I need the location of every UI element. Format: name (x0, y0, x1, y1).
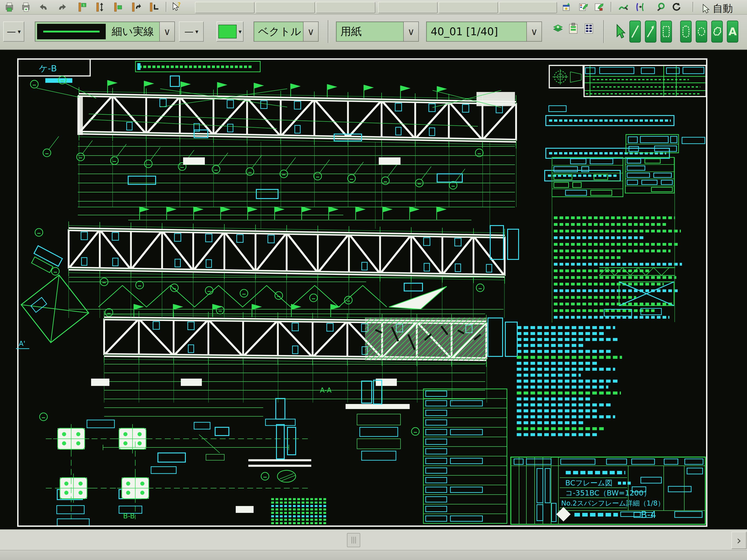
cloud-tool[interactable] (711, 21, 723, 43)
chevron-down-icon[interactable]: ∨ (403, 22, 418, 41)
paper-select[interactable]: 用紙 ∨ (336, 22, 419, 42)
print-icon[interactable] (4, 1, 15, 13)
paper-value: 用紙 (336, 22, 403, 41)
linetype-preview (37, 24, 106, 39)
curve-convert-icon[interactable] (635, 1, 646, 13)
refresh-icon[interactable] (671, 1, 682, 13)
linetype-value: 細い実線 (108, 22, 159, 41)
chevron-down-icon[interactable]: ∨ (303, 22, 318, 41)
blank-button[interactable] (378, 2, 438, 13)
ellipse-tool[interactable] (696, 21, 707, 43)
color-picker-button[interactable]: ▾ (216, 22, 243, 42)
svg-text:A-A: A-A (320, 386, 332, 394)
cad-drawing[interactable]: ケ-BA'B-BA-ABCフレーム図コ-351BC（BW=1200）No.2スパ… (0, 50, 747, 529)
zoom-search-icon[interactable] (655, 1, 666, 13)
clipboard-list-icon[interactable] (568, 22, 579, 43)
layer-settings-icon[interactable] (552, 22, 564, 43)
rounded-rect-tool[interactable] (680, 21, 692, 43)
help-cursor-icon[interactable]: ? (171, 1, 182, 13)
svg-text:?: ? (178, 2, 181, 8)
main-toolbar: 1 ? (0, 0, 747, 15)
auto-mode-control[interactable]: 自動 (701, 2, 733, 15)
svg-text:B-4: B-4 (641, 509, 656, 520)
print-preview-icon[interactable] (20, 1, 32, 13)
render-mode-select[interactable]: ベクトル ∨ (254, 22, 318, 42)
window-bottom-bezel (0, 550, 747, 560)
arrow-tool[interactable] (645, 21, 656, 43)
scroll-right-button[interactable]: › (731, 532, 747, 549)
redo-icon[interactable] (56, 1, 68, 13)
toolbar-separator (603, 20, 604, 43)
auto-mode-label: 自動 (713, 2, 733, 15)
blank-button[interactable] (438, 2, 498, 13)
blank-button[interactable] (316, 2, 375, 13)
rectangle-tool[interactable] (661, 21, 672, 43)
blank-button[interactable] (255, 2, 315, 13)
bar-corner-icon[interactable] (148, 1, 160, 13)
chevron-down-icon: ▾ (195, 28, 198, 35)
line-width-button[interactable]: —▾ (179, 22, 204, 42)
svg-text:No.2スパンフレーム詳細（1/8）: No.2スパンフレーム詳細（1/8） (561, 499, 664, 507)
text-tool[interactable]: A (727, 21, 738, 43)
svg-text:A': A' (19, 340, 25, 347)
bar-green-square-icon[interactable] (112, 1, 124, 13)
cursor-arrow-icon (701, 3, 711, 14)
svg-text:ケ-B: ケ-B (39, 63, 57, 74)
chevron-down-icon[interactable]: ∨ (526, 22, 541, 41)
drawing-canvas[interactable]: ケ-BA'B-BA-ABCフレーム図コ-351BC（BW=1200）No.2スパ… (0, 50, 747, 529)
linetype-select[interactable]: 細い実線 ∨ (35, 22, 175, 42)
svg-text:コ-351BC（BW=1200）: コ-351BC（BW=1200） (565, 489, 651, 497)
chevron-down-icon[interactable]: ∨ (159, 22, 174, 41)
sheet-value: 40_01 [1/40] (427, 22, 526, 41)
line-style-button[interactable]: —▾ (3, 22, 24, 42)
window-import-icon[interactable] (561, 1, 573, 13)
blank-button[interactable] (499, 2, 557, 13)
cad-application-window: 1 ? (0, 0, 747, 560)
toolbar-separator (693, 2, 694, 12)
horizontal-scrollbar[interactable]: › (0, 529, 747, 550)
toolbar-separator (166, 2, 167, 12)
svg-text:B-B: B-B (123, 512, 135, 520)
render-mode-value: ベクトル (254, 22, 303, 41)
chevron-down-icon: ▾ (238, 28, 241, 35)
blank-button[interactable] (195, 2, 255, 13)
grid-edit-icon[interactable] (578, 1, 589, 13)
table-settings-icon[interactable] (583, 22, 595, 43)
grid-copy-icon[interactable] (593, 1, 604, 13)
sheet-select[interactable]: 40_01 [1/40] ∨ (426, 22, 542, 42)
toolbar-separator (611, 2, 612, 12)
chevron-down-icon: ▾ (18, 28, 21, 35)
svg-text:1: 1 (83, 3, 85, 7)
svg-text:BCフレーム図: BCフレーム図 (565, 479, 613, 487)
polyline-edit-icon[interactable] (618, 1, 629, 13)
toolbar-separator (328, 20, 329, 43)
color-swatch (218, 25, 237, 38)
undo-icon[interactable] (38, 1, 49, 13)
line-tool[interactable] (629, 21, 641, 43)
bar-rotate-icon[interactable] (130, 1, 142, 13)
attribute-toolbar: —▾ 細い実線 ∨ —▾ ▾ ベクトル ∨ 用紙 ∨ 40_01 [1/40] … (0, 15, 747, 50)
svg-text:A: A (728, 25, 737, 38)
bar-flag-icon[interactable]: 1 (77, 1, 88, 13)
select-tool[interactable] (614, 22, 626, 42)
scrollbar-thumb[interactable] (347, 533, 360, 547)
bar-updown-icon[interactable] (95, 1, 106, 13)
